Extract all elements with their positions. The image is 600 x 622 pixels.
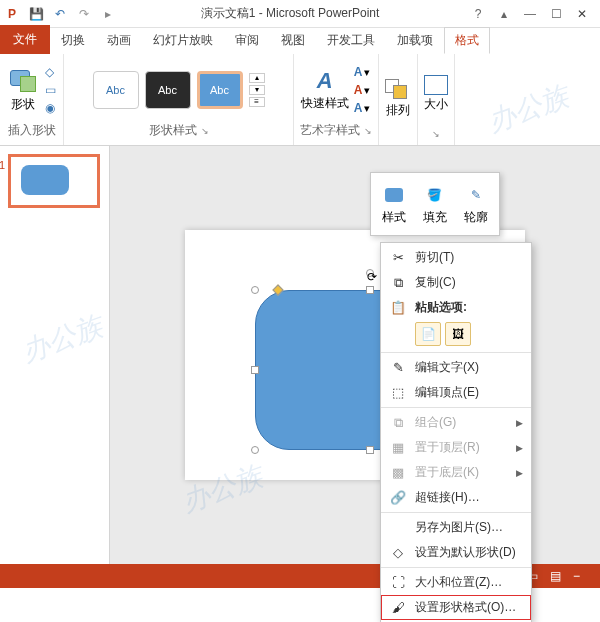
ribbon-options-icon[interactable]: ▴	[494, 4, 514, 24]
mini-outline-button[interactable]: ✎轮廓	[462, 183, 490, 226]
shape-styles-launcher-icon[interactable]: ↘	[201, 126, 209, 136]
paste-option-2[interactable]: 🖼	[445, 322, 471, 346]
text-outline-button[interactable]: A▾	[353, 82, 372, 98]
ctx-send-back: ▩置于底层(K)▶	[381, 460, 531, 485]
style-item-2[interactable]: Abc	[145, 71, 191, 109]
maximize-icon[interactable]: ☐	[546, 4, 566, 24]
shapes-button[interactable]: 形状	[6, 63, 40, 117]
close-icon[interactable]: ✕	[572, 4, 592, 24]
start-slideshow-icon[interactable]: ▸	[96, 2, 120, 26]
group-arrange: 排列	[379, 54, 418, 145]
slide-thumbnail-1[interactable]: 1	[8, 154, 100, 208]
window-title: 演示文稿1 - Microsoft PowerPoint	[120, 5, 460, 22]
group-size: 大小 ↘	[418, 54, 455, 145]
group-shape-styles-label: 形状样式	[149, 122, 197, 139]
tab-review[interactable]: 审阅	[224, 27, 270, 54]
text-fill-button[interactable]: A▾	[353, 64, 372, 80]
help-icon[interactable]: ?	[468, 4, 488, 24]
size-position-icon: ⛶	[389, 575, 407, 591]
merge-shapes-button[interactable]: ◉	[44, 100, 57, 116]
ctx-bring-front: ▦置于顶层(R)▶	[381, 435, 531, 460]
minimize-icon[interactable]: —	[520, 4, 540, 24]
zoom-out-icon[interactable]: −	[573, 569, 580, 583]
handle-n[interactable]	[366, 286, 374, 294]
edit-text-icon: ✎	[389, 360, 407, 376]
powerpoint-icon[interactable]: P	[0, 2, 24, 26]
shape-style-gallery[interactable]: Abc Abc Abc ▴▾≡	[93, 71, 265, 109]
slide-number: 1	[0, 159, 5, 171]
arrange-label: 排列	[386, 102, 410, 119]
arrange-button[interactable]: 排列	[385, 79, 411, 119]
handle-s[interactable]	[366, 446, 374, 454]
thumbnail-shape	[21, 165, 69, 195]
handle-nw[interactable]	[251, 286, 259, 294]
quick-style-button[interactable]: A 快速样式	[301, 68, 349, 112]
shapes-label: 形状	[11, 96, 35, 113]
tab-devtools[interactable]: 开发工具	[316, 27, 386, 54]
group-insert-shapes-label: 插入形状	[8, 122, 56, 139]
tab-view[interactable]: 视图	[270, 27, 316, 54]
style-item-3[interactable]: Abc	[197, 71, 243, 109]
mini-fill-button[interactable]: 🪣填充	[421, 183, 449, 226]
style-item-1[interactable]: Abc	[93, 71, 139, 109]
slideshow-view-icon[interactable]: ▤	[550, 569, 561, 583]
text-effects-button[interactable]: A▾	[353, 100, 372, 116]
ribbon: 形状 ◇ ▭ ◉ 插入形状 Abc Abc Abc ▴▾≡ 形状样式↘ A 快速…	[0, 54, 600, 146]
adjust-handle[interactable]	[272, 284, 283, 295]
redo-icon[interactable]: ↷	[72, 2, 96, 26]
tab-transition[interactable]: 切换	[50, 27, 96, 54]
group-icon: ⧉	[389, 415, 407, 431]
copy-icon: ⧉	[389, 275, 407, 291]
ctx-edit-text[interactable]: ✎编辑文字(X)	[381, 355, 531, 380]
context-menu: ✂剪切(T) ⧉复制(C) 📋粘贴选项: 📄 🖼 ✎编辑文字(X) ⬚编辑顶点(…	[380, 242, 532, 622]
cut-icon: ✂	[389, 250, 407, 266]
group-wordart-label: 艺术字样式	[300, 122, 360, 139]
undo-icon[interactable]: ↶	[48, 2, 72, 26]
ctx-copy[interactable]: ⧉复制(C)	[381, 270, 531, 295]
tab-addins[interactable]: 加载项	[386, 27, 444, 54]
mini-style-button[interactable]: 样式	[380, 183, 408, 226]
shapes-icon	[8, 68, 38, 94]
send-back-icon: ▩	[389, 465, 407, 481]
paste-icon: 📋	[389, 300, 407, 316]
group-shape-styles: Abc Abc Abc ▴▾≡ 形状样式↘	[64, 54, 294, 145]
paste-options: 📄 🖼	[381, 320, 531, 350]
ctx-cut[interactable]: ✂剪切(T)	[381, 245, 531, 270]
ctx-edit-points[interactable]: ⬚编辑顶点(E)	[381, 380, 531, 405]
hyperlink-icon: 🔗	[389, 490, 407, 506]
gallery-more[interactable]: ▴▾≡	[249, 73, 265, 107]
group-insert-shapes: 形状 ◇ ▭ ◉ 插入形状	[0, 54, 64, 145]
quick-access-toolbar: P 💾 ↶ ↷ ▸ 演示文稿1 - Microsoft PowerPoint ?…	[0, 0, 600, 28]
ctx-set-default[interactable]: ◇设置为默认形状(D)	[381, 540, 531, 565]
ctx-hyperlink[interactable]: 🔗超链接(H)…	[381, 485, 531, 510]
save-icon[interactable]: 💾	[24, 2, 48, 26]
handle-sw[interactable]	[251, 446, 259, 454]
tab-slideshow[interactable]: 幻灯片放映	[142, 27, 224, 54]
size-button[interactable]: 大小	[424, 75, 448, 113]
rotate-handle[interactable]: ⟳	[366, 269, 374, 277]
ctx-format-shape[interactable]: 🖌设置形状格式(O)…	[381, 595, 531, 620]
tab-animation[interactable]: 动画	[96, 27, 142, 54]
text-box-button[interactable]: ▭	[44, 82, 57, 98]
paste-option-1[interactable]: 📄	[415, 322, 441, 346]
size-label: 大小	[424, 96, 448, 113]
ribbon-tabs: 文件 开始 插入 切换 动画 幻灯片放映 审阅 视图 开发工具 加载项 格式	[0, 28, 600, 54]
ctx-group: ⧉组合(G)▶	[381, 410, 531, 435]
quick-style-label: 快速样式	[301, 95, 349, 112]
ctx-save-picture[interactable]: 另存为图片(S)…	[381, 515, 531, 540]
size-launcher-icon[interactable]: ↘	[432, 129, 440, 139]
edit-shape-button[interactable]: ◇	[44, 64, 57, 80]
edit-points-icon: ⬚	[389, 385, 407, 401]
group-wordart-styles: A 快速样式 A▾ A▾ A▾ 艺术字样式↘	[294, 54, 379, 145]
format-shape-icon: 🖌	[389, 600, 407, 616]
ctx-size-position[interactable]: ⛶大小和位置(Z)…	[381, 570, 531, 595]
mini-toolbar: 样式 🪣填充 ✎轮廓	[370, 172, 500, 236]
default-shape-icon: ◇	[389, 545, 407, 561]
slide-panel[interactable]: 1	[0, 146, 110, 564]
wordart-launcher-icon[interactable]: ↘	[364, 126, 372, 136]
tab-format[interactable]: 格式	[444, 27, 490, 54]
bring-front-icon: ▦	[389, 440, 407, 456]
handle-w[interactable]	[251, 366, 259, 374]
quick-style-icon: A	[317, 68, 333, 94]
tab-file[interactable]: 文件	[0, 25, 50, 54]
